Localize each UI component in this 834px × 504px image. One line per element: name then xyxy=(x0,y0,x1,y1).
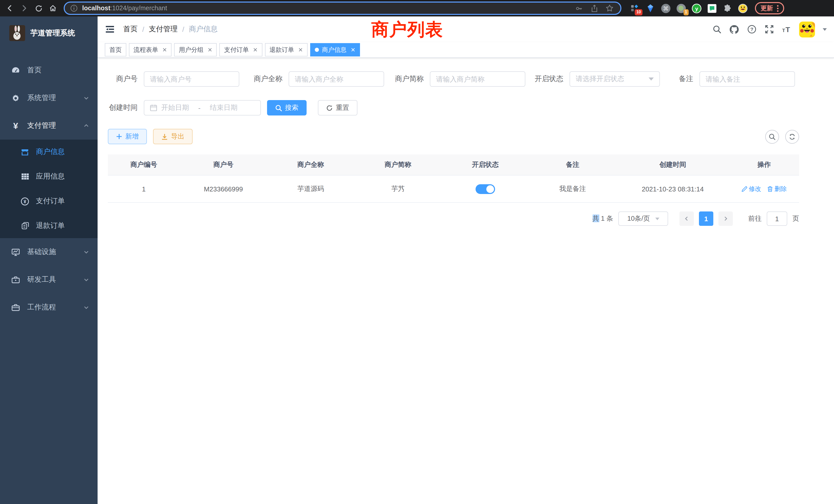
tab-home[interactable]: 首页 xyxy=(105,43,126,56)
search-button[interactable]: 搜索 xyxy=(267,100,307,115)
page-size-select[interactable]: 10条/页 xyxy=(618,211,668,226)
breadcrumb-home[interactable]: 首页 xyxy=(123,25,138,34)
create-time-range-picker[interactable]: 开始日期 - 结束日期 xyxy=(144,100,261,115)
yen-icon: ¥ xyxy=(11,121,20,130)
browser-address-bar[interactable]: localhost:1024/pay/merchant xyxy=(64,2,621,15)
breadcrumb-current: 商户信息 xyxy=(189,25,218,34)
github-icon[interactable] xyxy=(729,24,739,34)
extension-gem-icon[interactable] xyxy=(645,3,655,13)
extensions-puzzle-icon[interactable] xyxy=(722,3,732,13)
next-page-button[interactable] xyxy=(719,211,733,226)
total-suffix: 条 xyxy=(607,214,613,222)
add-button[interactable]: 新增 xyxy=(108,129,147,144)
full-name-input[interactable] xyxy=(289,71,384,87)
tab-merchant-info[interactable]: 商户信息✕ xyxy=(310,43,360,56)
export-button[interactable]: 导出 xyxy=(153,129,193,144)
sidebar-item-system[interactable]: 系统管理 xyxy=(0,84,97,112)
page-number-1[interactable]: 1 xyxy=(699,211,713,226)
sidebar-item-label: 研发工具 xyxy=(27,275,76,284)
extension-y-icon[interactable]: y xyxy=(691,3,702,13)
status-toggle[interactable] xyxy=(476,184,495,194)
browser-toolbar: localhost:1024/pay/merchant 10 ⌘ xyxy=(0,0,834,17)
merchant-no-input[interactable] xyxy=(144,71,239,87)
password-key-icon[interactable] xyxy=(573,3,585,14)
share-icon[interactable] xyxy=(589,3,600,14)
sidebar-item-infrastructure[interactable]: 基础设施 xyxy=(0,238,97,266)
main-panel: 首页 / 支付管理 / 商户信息 商户列表 ? xyxy=(97,17,834,504)
sidebar-logo[interactable]: 芋道管理系统 xyxy=(0,17,97,49)
browser-forward-icon[interactable] xyxy=(19,3,30,14)
screenshot-stage: localhost:1024/pay/merchant 10 ⌘ xyxy=(0,0,834,504)
close-icon[interactable]: ✕ xyxy=(207,46,212,53)
sidebar-item-dev-tools[interactable]: 研发工具 xyxy=(0,266,97,294)
browser-reload-icon[interactable] xyxy=(33,3,44,14)
bookmark-star-icon[interactable] xyxy=(604,3,615,14)
range-separator: - xyxy=(198,104,200,112)
extension-command-icon[interactable]: ⌘ xyxy=(660,3,671,13)
close-icon[interactable]: ✕ xyxy=(253,46,258,53)
table-toolbar: 新增 导出 xyxy=(108,129,799,144)
full-name-field[interactable] xyxy=(295,75,378,83)
search-icon[interactable] xyxy=(712,24,722,34)
sidebar-item-merchant-info[interactable]: 商户信息 xyxy=(0,140,97,164)
site-info-icon[interactable] xyxy=(70,3,78,14)
tab-pay-order[interactable]: 支付订单✕ xyxy=(220,43,262,56)
short-name-input[interactable] xyxy=(430,71,525,87)
sidebar-collapse-icon[interactable] xyxy=(105,24,115,35)
merchant-no-field[interactable] xyxy=(150,75,233,83)
help-icon[interactable]: ? xyxy=(747,24,756,34)
edit-link[interactable]: 修改 xyxy=(742,184,761,193)
tab-refund-order[interactable]: 退款订单✕ xyxy=(265,43,307,56)
prev-page-button[interactable] xyxy=(679,211,694,226)
font-size-icon[interactable]: TT xyxy=(782,24,791,34)
browser-update-button[interactable]: 更新 xyxy=(755,2,784,14)
remark-field[interactable] xyxy=(706,75,789,83)
close-icon[interactable]: ✕ xyxy=(298,46,303,53)
close-icon[interactable]: ✕ xyxy=(351,46,355,53)
extension-chat-icon[interactable] xyxy=(707,3,717,13)
refresh-button[interactable] xyxy=(785,130,799,143)
filter-row-2: 创建时间 开始日期 - 结束日期 搜索 xyxy=(108,100,799,115)
sidebar-item-payment[interactable]: ¥ 支付管理 xyxy=(0,112,97,140)
chevron-down-icon xyxy=(83,249,89,255)
status-select[interactable]: 请选择开启状态 xyxy=(570,71,660,87)
browser-back-icon[interactable] xyxy=(4,3,16,14)
filter-label: 商户号 xyxy=(108,74,144,84)
delete-link[interactable]: 删除 xyxy=(767,184,787,193)
app-title: 芋道管理系统 xyxy=(30,28,75,38)
dashboard-icon xyxy=(11,66,20,75)
remark-input[interactable] xyxy=(699,71,795,87)
avatar-dropdown-caret-icon[interactable] xyxy=(823,28,827,32)
total-text: 共 1 条 xyxy=(592,214,613,223)
tab-user-group[interactable]: 用户分组✕ xyxy=(174,43,217,56)
reset-button-label: 重置 xyxy=(336,103,349,112)
sidebar-item-app-info[interactable]: 应用信息 xyxy=(0,164,97,189)
sidebar-item-refund-order[interactable]: 退款订单 xyxy=(0,213,97,238)
table-header-row: 商户编号 商户号 商户全称 商户简称 开启状态 备注 创建时间 操作 xyxy=(108,155,799,176)
breadcrumb-payment[interactable]: 支付管理 xyxy=(149,25,178,34)
sidebar-item-pay-order[interactable]: ¥ 支付订单 xyxy=(0,189,97,213)
reset-button[interactable]: 重置 xyxy=(318,100,357,115)
close-icon[interactable]: ✕ xyxy=(162,46,167,53)
header-actions: ? TT xyxy=(712,21,827,37)
chevron-up-icon xyxy=(83,123,89,129)
browser-menu-icon[interactable] xyxy=(777,5,778,12)
goto-page-input[interactable] xyxy=(767,211,787,226)
tab-process-form[interactable]: 流程表单✕ xyxy=(129,43,172,56)
filter-label: 备注 xyxy=(660,74,699,84)
user-avatar[interactable] xyxy=(799,21,815,37)
end-date-placeholder[interactable]: 结束日期 xyxy=(210,103,238,112)
extension-proxy-icon[interactable]: 1 xyxy=(676,3,686,13)
sidebar-item-label: 首页 xyxy=(27,66,89,75)
browser-home-icon[interactable] xyxy=(47,3,59,14)
url-text[interactable]: localhost:1024/pay/merchant xyxy=(82,5,569,12)
short-name-field[interactable] xyxy=(436,75,519,83)
hide-search-button[interactable] xyxy=(765,130,779,143)
start-date-placeholder[interactable]: 开始日期 xyxy=(161,103,189,112)
chevron-down-icon xyxy=(83,304,89,311)
fullscreen-icon[interactable] xyxy=(764,24,774,34)
sidebar-item-home[interactable]: 首页 xyxy=(0,56,97,84)
sidebar-item-workflow[interactable]: 工作流程 xyxy=(0,294,97,321)
extension-pin-icon[interactable]: 10 xyxy=(630,3,640,13)
extension-emoji-icon[interactable] xyxy=(738,3,748,13)
